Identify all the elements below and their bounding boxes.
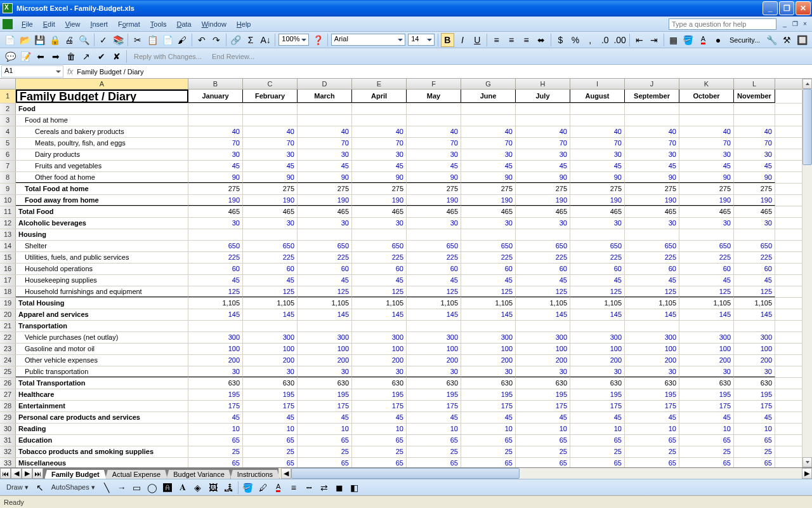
cell[interactable]: 60: [570, 264, 625, 274]
cell[interactable]: 70: [188, 138, 243, 149]
cell[interactable]: 650: [734, 241, 775, 251]
cell[interactable]: 70: [734, 138, 775, 149]
cell[interactable]: 300: [734, 332, 775, 343]
cell[interactable]: [352, 229, 407, 240]
underline-button[interactable]: U: [471, 33, 484, 47]
cell[interactable]: 1,105: [625, 298, 679, 309]
select-all-corner[interactable]: [0, 79, 16, 89]
cell[interactable]: 630: [298, 378, 352, 389]
cell[interactable]: 465: [516, 206, 570, 217]
cell[interactable]: [734, 321, 775, 331]
cell[interactable]: 630: [243, 378, 298, 389]
tab-first-icon[interactable]: ⏮: [0, 468, 11, 479]
cell[interactable]: 90: [298, 172, 352, 183]
scroll-left-icon[interactable]: ◀: [281, 468, 291, 479]
cell[interactable]: 465: [188, 206, 243, 217]
menu-insert[interactable]: Insert: [85, 18, 113, 30]
cell[interactable]: 65: [461, 458, 516, 467]
cell[interactable]: 300: [516, 332, 570, 343]
cell[interactable]: 45: [243, 275, 298, 286]
cell[interactable]: 100: [352, 344, 407, 354]
cell[interactable]: 225: [298, 252, 352, 263]
cell[interactable]: [734, 104, 775, 114]
cell[interactable]: 10: [734, 424, 775, 434]
cell[interactable]: 300: [352, 332, 407, 343]
permission-icon[interactable]: 🔒: [48, 33, 61, 47]
hscroll-thumb[interactable]: [291, 468, 520, 479]
cell[interactable]: 465: [625, 206, 679, 217]
cell[interactable]: 90: [625, 172, 679, 183]
cell[interactable]: 45: [243, 412, 298, 423]
cell[interactable]: 195: [352, 389, 407, 400]
cell[interactable]: 200: [352, 355, 407, 366]
help-search-input[interactable]: [669, 18, 776, 30]
cell[interactable]: 100: [243, 344, 298, 354]
tab-instructions[interactable]: Instructions: [230, 470, 280, 479]
cell[interactable]: [243, 229, 298, 240]
cell[interactable]: 630: [407, 378, 461, 389]
cell[interactable]: 125: [625, 286, 679, 297]
close-button[interactable]: ✕: [796, 1, 811, 15]
cell[interactable]: 45: [734, 275, 775, 286]
vba-icon[interactable]: 🔧: [764, 33, 778, 47]
cell[interactable]: 25: [407, 446, 461, 457]
col-header-B[interactable]: B: [188, 79, 243, 89]
design-icon[interactable]: ⚒: [780, 33, 794, 47]
menu-edit[interactable]: Edit: [38, 18, 60, 30]
save-icon[interactable]: 💾: [33, 33, 46, 47]
cell[interactable]: 45: [298, 161, 352, 171]
cell[interactable]: 195: [679, 389, 734, 400]
cell[interactable]: 45: [679, 161, 734, 171]
cell[interactable]: 30: [461, 149, 516, 160]
cell[interactable]: 125: [734, 286, 775, 297]
cell[interactable]: 65: [298, 458, 352, 467]
cell[interactable]: 40: [625, 126, 679, 137]
cell[interactable]: 90: [734, 172, 775, 183]
cell[interactable]: November: [734, 90, 775, 103]
cell[interactable]: 195: [188, 389, 243, 400]
row-header[interactable]: 9: [0, 184, 16, 194]
maximize-button[interactable]: ❐: [779, 1, 794, 15]
cell[interactable]: 145: [461, 309, 516, 320]
cell[interactable]: 10: [188, 424, 243, 434]
cell[interactable]: 275: [243, 184, 298, 194]
currency-icon[interactable]: $: [554, 33, 567, 47]
cell[interactable]: 1,105: [570, 298, 625, 309]
dec-indent-icon[interactable]: ⇤: [632, 33, 646, 47]
cell[interactable]: 30: [679, 366, 734, 377]
cell[interactable]: 650: [570, 241, 625, 251]
cell[interactable]: 190: [461, 195, 516, 206]
shadow-icon[interactable]: ◼: [332, 481, 346, 495]
menu-format[interactable]: Format: [113, 18, 145, 30]
cell[interactable]: Education: [16, 435, 188, 446]
cell[interactable]: 630: [734, 378, 775, 389]
cell[interactable]: 100: [625, 344, 679, 354]
cell[interactable]: 225: [516, 252, 570, 263]
cell[interactable]: 10: [516, 424, 570, 434]
tab-family-budget[interactable]: Family Budget: [44, 470, 107, 479]
dec-decimal-icon[interactable]: .00: [613, 33, 626, 47]
cell[interactable]: 275: [516, 184, 570, 194]
cell[interactable]: 40: [734, 126, 775, 137]
lineweight-icon[interactable]: ≡: [287, 481, 301, 495]
align-left-icon[interactable]: ≡: [490, 33, 503, 47]
percent-icon[interactable]: %: [568, 33, 582, 47]
cell[interactable]: Utilities, fuels, and public services: [16, 252, 188, 263]
cell[interactable]: 630: [570, 378, 625, 389]
cell[interactable]: Family Budget / Diary: [16, 90, 188, 103]
cell[interactable]: 1,105: [243, 298, 298, 309]
cell[interactable]: 275: [679, 184, 734, 194]
cell[interactable]: 60: [243, 264, 298, 274]
row-header[interactable]: 27: [0, 389, 16, 400]
cell[interactable]: Tobacco products and smoking supplies: [16, 446, 188, 457]
cell[interactable]: 225: [625, 252, 679, 263]
cell[interactable]: 30: [188, 149, 243, 160]
cell[interactable]: 200: [679, 355, 734, 366]
cell[interactable]: 225: [407, 252, 461, 263]
menu-data[interactable]: Data: [171, 18, 196, 30]
cell[interactable]: 70: [679, 138, 734, 149]
textbox-icon[interactable]: 🅰: [160, 481, 174, 495]
cell[interactable]: 30: [188, 218, 243, 229]
cell[interactable]: July: [516, 90, 570, 103]
col-header-F[interactable]: F: [407, 79, 461, 89]
